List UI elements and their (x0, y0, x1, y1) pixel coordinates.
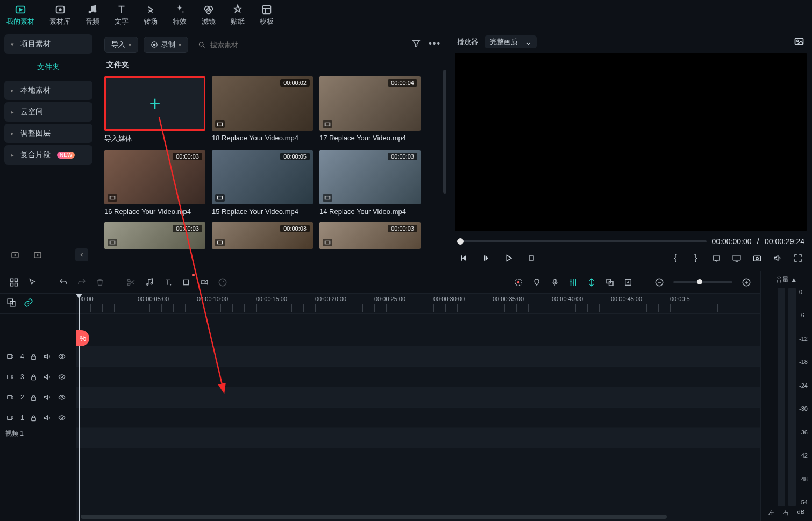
media-thumb[interactable]: 00:00:03 (104, 150, 205, 204)
media-card[interactable]: 00:00:0316 Replace Your Video.mp4 (104, 150, 205, 216)
mute-icon[interactable] (43, 413, 52, 422)
track-area[interactable]: 00:0000:00:05:0000:00:10:0000:00:15:0000… (76, 294, 760, 521)
track-lane[interactable] (76, 428, 760, 448)
media-card[interactable]: 00:00:03 (319, 222, 421, 249)
quality-select[interactable]: 完整画质⌄ (485, 35, 537, 48)
tab-effect[interactable]: 特效 (173, 4, 187, 26)
timeline-ruler[interactable]: 00:0000:00:05:0000:00:10:0000:00:15:0000… (76, 294, 760, 314)
seek-knob[interactable] (457, 238, 464, 245)
collapse-sidebar-button[interactable] (75, 248, 88, 261)
media-thumb[interactable]: 00:00:03 (212, 222, 313, 249)
media-card[interactable]: 00:00:0515 Replace Your Video.mp4 (212, 150, 313, 216)
display-button[interactable] (731, 253, 742, 263)
eye-icon[interactable] (57, 353, 67, 360)
track-header[interactable]: 4 (0, 346, 76, 367)
volume-button[interactable] (772, 253, 783, 263)
zoom-in-button[interactable] (739, 275, 754, 290)
sidebar-local-media[interactable]: ▸本地素材 (4, 81, 92, 100)
voiceover-button[interactable] (547, 275, 562, 290)
eye-icon[interactable] (57, 373, 67, 381)
import-dropdown[interactable]: 导入▾ (104, 37, 138, 53)
track-lane[interactable] (76, 346, 760, 367)
sidebar-project-media[interactable]: ▾项目素材 (4, 34, 92, 54)
undo-button[interactable] (56, 275, 71, 290)
snap-button[interactable] (584, 275, 599, 290)
zoom-out-button[interactable] (652, 275, 667, 290)
tab-transition[interactable]: 转场 (144, 4, 158, 26)
media-thumb[interactable]: 00:00:02 (212, 76, 313, 131)
new-bin-button[interactable] (31, 248, 44, 261)
media-thumb[interactable]: 00:00:05 (212, 150, 313, 204)
track-lane[interactable] (76, 367, 760, 387)
more-button[interactable]: ••• (429, 39, 441, 51)
aspect-button[interactable] (711, 253, 722, 263)
tab-audio[interactable]: 音频 (86, 4, 99, 26)
search-field[interactable] (194, 38, 279, 52)
tab-my-media[interactable]: 我的素材 (6, 4, 34, 26)
media-card[interactable]: 00:00:0417 Replace Your Video.mp4 (319, 76, 421, 144)
link-toggle-button[interactable] (24, 298, 33, 310)
mute-icon[interactable] (43, 352, 52, 361)
sidebar-compound-clip[interactable]: ▸复合片段NEW (4, 145, 92, 165)
meter-title[interactable]: 音量 ▲ (764, 275, 809, 284)
media-thumb[interactable]: 00:00:03 (104, 222, 205, 249)
stop-button[interactable] (526, 253, 537, 263)
text-tool-button[interactable] (160, 275, 175, 290)
tab-sticker[interactable]: 贴纸 (231, 4, 245, 26)
music-beat-button[interactable] (142, 275, 157, 290)
player-viewport[interactable] (455, 53, 807, 231)
mark-out-button[interactable]: } (690, 253, 701, 263)
speed-button[interactable] (215, 275, 230, 290)
filter-button[interactable] (411, 39, 421, 51)
timeline-h-scrollbar[interactable] (81, 515, 667, 519)
sidebar-folder[interactable]: 文件夹 (4, 56, 92, 78)
delete-button[interactable] (92, 275, 108, 290)
media-card[interactable]: 00:00:0314 Replace Your Video.mp4 (319, 150, 421, 216)
lock-icon[interactable] (30, 394, 38, 402)
sidebar-cloud[interactable]: ▸云空间 (4, 102, 92, 122)
zoom-slider[interactable] (673, 281, 732, 283)
track-header[interactable]: 1 (0, 408, 76, 428)
track-header[interactable]: 2 (0, 387, 76, 408)
seek-bar[interactable] (457, 240, 707, 242)
lock-icon[interactable] (30, 353, 38, 361)
split-button[interactable] (124, 275, 139, 290)
media-card[interactable]: +导入媒体 (104, 76, 205, 144)
tab-template[interactable]: 模板 (260, 4, 274, 26)
lock-icon[interactable] (30, 373, 38, 381)
import-media-tile[interactable]: + (104, 76, 205, 131)
track-lane[interactable] (76, 408, 760, 428)
layout-button[interactable] (6, 275, 22, 290)
tab-filter[interactable]: 滤镜 (202, 4, 216, 26)
mute-icon[interactable] (43, 373, 52, 381)
lock-icon[interactable] (30, 414, 38, 422)
crop-button[interactable] (179, 275, 194, 290)
redo-button[interactable] (74, 275, 89, 290)
playhead[interactable] (79, 294, 80, 521)
new-folder-button[interactable] (9, 248, 22, 261)
select-tool-button[interactable] (25, 275, 40, 290)
media-card[interactable]: 00:00:03 (104, 222, 205, 249)
mark-in-button[interactable]: { (670, 253, 681, 263)
track-header[interactable]: 3 (0, 367, 76, 387)
sidebar-adjust-layer[interactable]: ▸调整图层 (4, 124, 92, 143)
mute-icon[interactable] (43, 393, 52, 402)
tab-text[interactable]: 文字 (115, 4, 129, 26)
fullscreen-button[interactable] (793, 253, 803, 263)
track-add-button[interactable] (6, 298, 16, 310)
track-lane[interactable] (76, 387, 760, 408)
media-card[interactable]: 00:00:03 (212, 222, 313, 249)
zoom-knob[interactable] (697, 279, 702, 284)
snapshot-button[interactable] (794, 36, 804, 48)
media-card[interactable]: 00:00:0218 Replace Your Video.mp4 (212, 76, 313, 144)
camera-button[interactable] (752, 253, 763, 263)
prev-frame-button[interactable] (458, 253, 469, 263)
record-dropdown[interactable]: 录制▾ (144, 37, 188, 53)
marker-color-button[interactable] (511, 275, 526, 290)
media-scrollbar[interactable] (443, 70, 446, 194)
play-button[interactable] (503, 253, 514, 263)
marker-button[interactable] (529, 275, 544, 290)
keyframe-button[interactable] (197, 275, 212, 290)
media-thumb[interactable]: 00:00:03 (319, 150, 421, 204)
group-button[interactable] (602, 275, 617, 290)
